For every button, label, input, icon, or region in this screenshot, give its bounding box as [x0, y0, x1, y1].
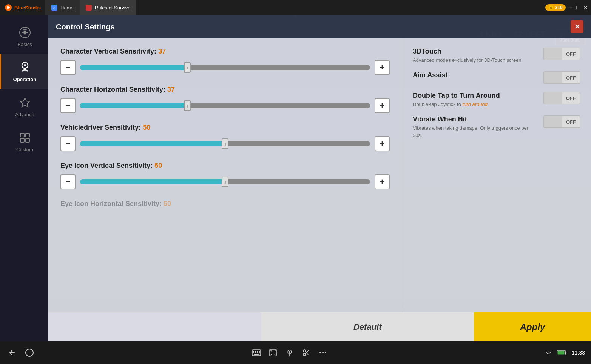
bottom-status: 11:33 — [545, 350, 585, 356]
aim-assist-toggle[interactable]: OFF — [543, 71, 580, 84]
home-tab-icon: ⌂ — [51, 5, 57, 11]
scissors-icon[interactable] — [301, 347, 312, 358]
sidebar-basics-label: Basics — [17, 41, 32, 47]
svg-point-11 — [24, 69, 26, 71]
char-vert-label: Character Vertical Sensitivity: 37 — [60, 48, 390, 55]
dialog-footer: Default Apply — [48, 312, 591, 341]
vehicle-plus-btn[interactable]: + — [375, 136, 390, 151]
double-tap-toggle[interactable]: OFF — [543, 92, 580, 104]
setting-vehicle: Vehicledriver Sensitivity: 50 − + — [60, 124, 390, 151]
svg-point-16 — [26, 349, 33, 356]
eye-horiz-label: Eye Icon Horizontal Sensitivity: 50 — [60, 200, 390, 208]
sidebar-item-basics[interactable]: Basics — [0, 19, 48, 54]
bottom-nav-left — [6, 347, 35, 358]
svg-rect-15 — [26, 138, 29, 142]
coin-badge: $ 310 — [545, 4, 566, 11]
char-horiz-plus-btn[interactable]: + — [375, 98, 390, 113]
control-settings-dialog: Control Settings ✕ Character Vertical Se… — [48, 15, 591, 341]
toggle-row-3dtouch: 3DTouch Advanced modes exclusively for 3… — [413, 48, 580, 64]
3dtouch-label: 3DTouch — [413, 48, 539, 55]
minimize-btn[interactable]: ─ — [569, 4, 574, 12]
char-horiz-slider[interactable] — [80, 103, 370, 108]
tab-home[interactable]: ⌂ Home — [45, 0, 80, 15]
vehicle-minus-btn[interactable]: − — [60, 136, 76, 151]
game-tab-icon — [86, 5, 92, 11]
char-vert-value: 37 — [158, 48, 166, 55]
tab-bar: ⌂ Home Rules of Surviva — [45, 0, 136, 15]
bottom-taskbar: 11:33 — [0, 341, 591, 364]
svg-text:⌂: ⌂ — [53, 6, 56, 10]
screen-icon[interactable] — [268, 347, 278, 358]
svg-rect-26 — [254, 354, 259, 355]
double-tap-info: Double Tap to Turn Around Double-tap Joy… — [413, 92, 539, 108]
vehicle-thumb[interactable] — [222, 138, 228, 149]
char-horiz-value: 37 — [167, 86, 175, 93]
svg-rect-25 — [259, 352, 260, 353]
eye-vert-thumb[interactable] — [222, 177, 228, 187]
back-btn[interactable] — [6, 347, 17, 358]
svg-rect-20 — [257, 351, 258, 352]
more-icon[interactable] — [318, 347, 328, 358]
home-btn[interactable] — [24, 347, 35, 358]
svg-rect-4 — [86, 5, 92, 11]
svg-point-10 — [24, 64, 26, 66]
char-vert-slider[interactable] — [80, 65, 370, 70]
close-dialog-btn[interactable]: ✕ — [571, 20, 583, 33]
vibrate-track — [544, 116, 562, 127]
default-button[interactable]: Default — [261, 312, 474, 341]
char-horiz-minus-btn[interactable]: − — [60, 98, 76, 113]
vehicle-fill — [80, 141, 225, 146]
aim-assist-info: Aim Assist — [413, 71, 539, 81]
3dtouch-info: 3DTouch Advanced modes exclusively for 3… — [413, 48, 539, 64]
3dtouch-track — [544, 48, 562, 60]
setting-eye-vert: Eye Icon Vertical Sensitivity: 50 − + — [60, 162, 390, 189]
close-title-btn[interactable]: ✕ — [583, 4, 588, 11]
vehicle-slider[interactable] — [80, 141, 370, 146]
eye-vert-plus-btn[interactable]: + — [375, 174, 390, 189]
restore-btn[interactable]: □ — [576, 4, 580, 11]
clock: 11:33 — [572, 350, 585, 356]
settings-right-panel: 3DTouch Advanced modes exclusively for 3… — [402, 38, 591, 312]
toggle-row-vibrate: Vibrate When Hit Vibrates when taking da… — [413, 115, 580, 138]
custom-icon — [18, 131, 32, 144]
apply-button[interactable]: Apply — [474, 312, 591, 341]
eye-vert-label: Eye Icon Vertical Sensitivity: 50 — [60, 162, 390, 170]
svg-text:$: $ — [550, 6, 552, 10]
eye-vert-value: 50 — [154, 162, 162, 169]
3dtouch-toggle[interactable]: OFF — [543, 48, 580, 60]
eye-vert-minus-btn[interactable]: − — [60, 174, 76, 189]
location-icon[interactable] — [284, 347, 295, 358]
char-vert-minus-btn[interactable]: − — [60, 60, 76, 75]
char-vert-thumb[interactable] — [184, 62, 191, 73]
aim-assist-track — [544, 72, 562, 83]
char-horiz-fill — [80, 103, 187, 108]
setting-eye-horiz: Eye Icon Horizontal Sensitivity: 50 — [60, 200, 390, 215]
char-horiz-thumb[interactable] — [184, 100, 191, 111]
eye-vert-slider[interactable] — [80, 179, 370, 184]
svg-rect-38 — [565, 352, 566, 354]
advance-icon — [18, 96, 32, 109]
char-vert-plus-btn[interactable]: + — [375, 60, 390, 75]
char-horiz-slider-row: − + — [60, 98, 390, 113]
svg-point-8 — [23, 31, 26, 34]
vibrate-off-label: OFF — [562, 116, 580, 127]
dialog-header: Control Settings ✕ — [48, 15, 591, 38]
vehicle-label: Vehicledriver Sensitivity: 50 — [60, 124, 390, 132]
sidebar-item-advance[interactable]: Advance — [0, 89, 48, 124]
3dtouch-desc: Advanced modes exclusively for 3D-Touch … — [413, 57, 539, 64]
sidebar-item-custom[interactable]: Custom — [0, 124, 48, 159]
dialog-title: Control Settings — [56, 23, 115, 31]
wifi-icon — [545, 350, 552, 356]
svg-rect-12 — [20, 133, 24, 137]
vehicle-slider-row: − + — [60, 136, 390, 151]
game-tab-label: Rules of Surviva — [95, 5, 131, 11]
char-horiz-label: Character Horizontal Sensitivity: 37 — [60, 86, 390, 94]
vibrate-toggle[interactable]: OFF — [543, 115, 580, 128]
keyboard-icon[interactable] — [251, 347, 262, 358]
svg-rect-24 — [257, 352, 258, 353]
tab-game[interactable]: Rules of Surviva — [80, 0, 137, 15]
sidebar-item-operation[interactable]: Operation — [0, 54, 48, 89]
vibrate-desc: Vibrates when taking damage. Only trigge… — [413, 125, 539, 138]
operation-icon — [18, 61, 32, 74]
eye-vert-slider-row: − + — [60, 174, 390, 189]
